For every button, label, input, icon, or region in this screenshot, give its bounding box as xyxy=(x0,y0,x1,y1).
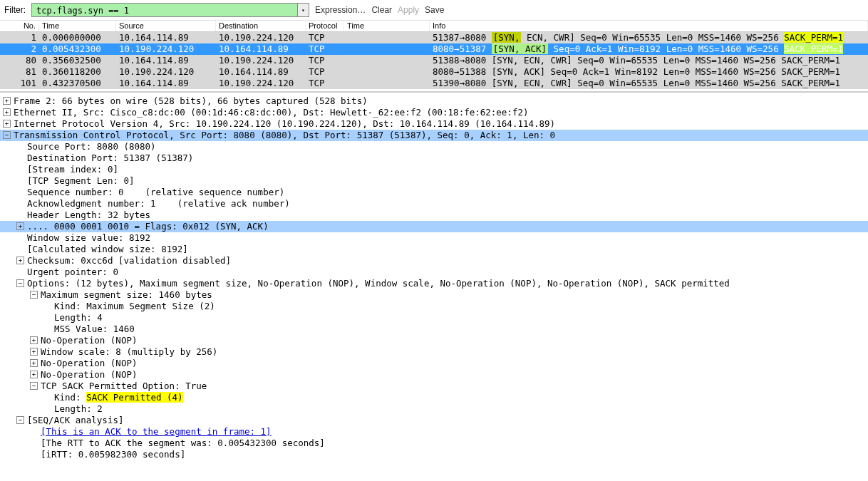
clear-button[interactable]: Clear xyxy=(371,5,392,15)
expand-icon[interactable]: + xyxy=(3,108,11,116)
packet-list-header: No. Time Source Destination Protocol Tim… xyxy=(0,21,868,32)
col-info[interactable]: Info xyxy=(430,21,868,31)
collapse-icon[interactable]: − xyxy=(16,279,24,287)
tcp-acknum[interactable]: Acknowledgment number: 1 (relative ack n… xyxy=(0,198,868,210)
tcp-stream[interactable]: [Stream index: 0] xyxy=(0,164,868,175)
opt-nop1[interactable]: +No-Operation (NOP) xyxy=(0,335,868,346)
packet-details[interactable]: +Frame 2: 66 bytes on wire (528 bits), 6… xyxy=(0,92,868,460)
opt-sack[interactable]: −TCP SACK Permitted Option: True xyxy=(0,381,868,392)
packet-row[interactable]: 20.00543230010.190.224.12010.164.114.89T… xyxy=(0,43,868,55)
tcp-checksum[interactable]: +Checksum: 0xcc6d [validation disabled] xyxy=(0,255,868,267)
opt-mss-kind[interactable]: Kind: Maximum Segment Size (2) xyxy=(0,301,868,312)
tcp-src-port[interactable]: Source Port: 8080 (8080) xyxy=(0,141,868,152)
collapse-icon[interactable]: − xyxy=(30,291,38,299)
packet-row[interactable]: 1010.43237050010.164.114.8910.190.224.12… xyxy=(0,78,868,89)
opt-sack-len[interactable]: Length: 2 xyxy=(0,403,868,415)
filter-label: Filter: xyxy=(4,5,26,15)
col-source[interactable]: Source xyxy=(116,21,216,31)
expand-icon[interactable]: + xyxy=(30,371,38,378)
filter-input-wrap[interactable]: ▾ xyxy=(31,3,309,17)
ethernet-summary[interactable]: +Ethernet II, Src: Cisco_c8:dc:00 (00:1d… xyxy=(0,107,868,118)
ack-link[interactable]: [This is an ACK to the segment in frame:… xyxy=(0,426,868,438)
opt-sack-kind[interactable]: Kind: SACK Permitted (4) xyxy=(0,392,868,403)
collapse-icon[interactable]: − xyxy=(30,382,38,390)
tcp-dst-port[interactable]: Destination Port: 51387 (51387) xyxy=(0,152,868,164)
opt-mss[interactable]: −Maximum segment size: 1460 bytes xyxy=(0,289,868,301)
col-no[interactable]: No. xyxy=(0,21,39,31)
expand-icon[interactable]: + xyxy=(16,257,24,264)
tcp-options[interactable]: −Options: (12 bytes), Maximum segment si… xyxy=(0,278,868,289)
collapse-icon[interactable]: − xyxy=(16,416,24,424)
irtt[interactable]: [iRTT: 0.005982300 seconds] xyxy=(0,449,868,460)
opt-wscale[interactable]: +Window scale: 8 (multiply by 256) xyxy=(0,346,868,358)
packet-row[interactable]: 10.00000000010.164.114.8910.190.224.120T… xyxy=(0,32,868,43)
frame-summary[interactable]: +Frame 2: 66 bytes on wire (528 bits), 6… xyxy=(0,95,868,107)
tcp-flags[interactable]: +.... 0000 0001 0010 = Flags: 0x012 (SYN… xyxy=(0,221,868,232)
opt-nop2[interactable]: +No-Operation (NOP) xyxy=(0,358,868,369)
packet-row[interactable]: 810.36011820010.190.224.12010.164.114.89… xyxy=(0,66,868,78)
opt-mss-len[interactable]: Length: 4 xyxy=(0,312,868,324)
expand-icon[interactable]: + xyxy=(3,120,11,128)
filter-input[interactable] xyxy=(35,5,306,16)
expand-icon[interactable]: + xyxy=(3,97,11,105)
apply-button[interactable]: Apply xyxy=(398,5,419,15)
col-time2[interactable]: Time xyxy=(344,21,430,31)
tcp-summary[interactable]: −Transmission Control Protocol, Src Port… xyxy=(0,130,868,141)
tcp-seqnum[interactable]: Sequence number: 0 (relative sequence nu… xyxy=(0,187,868,198)
filter-dropdown-icon[interactable]: ▾ xyxy=(297,4,309,16)
expand-icon[interactable]: + xyxy=(30,348,38,356)
col-time[interactable]: Time xyxy=(39,21,116,31)
col-destination[interactable]: Destination xyxy=(216,21,306,31)
filter-bar: Filter: ▾ Expression… Clear Apply Save xyxy=(0,0,868,21)
seqack-analysis[interactable]: −[SEQ/ACK analysis] xyxy=(0,415,868,426)
expand-icon[interactable]: + xyxy=(30,359,38,367)
save-button[interactable]: Save xyxy=(425,5,444,15)
packet-row[interactable]: 800.35603250010.164.114.8910.190.224.120… xyxy=(0,55,868,66)
tcp-urgent[interactable]: Urgent pointer: 0 xyxy=(0,267,868,278)
ip-summary[interactable]: +Internet Protocol Version 4, Src: 10.19… xyxy=(0,118,868,130)
expand-icon[interactable]: + xyxy=(30,336,38,344)
collapse-icon[interactable]: − xyxy=(3,131,11,139)
rtt[interactable]: [The RTT to ACK the segment was: 0.00543… xyxy=(0,438,868,449)
col-protocol[interactable]: Protocol xyxy=(306,21,344,31)
tcp-seglen[interactable]: [TCP Segment Len: 0] xyxy=(0,175,868,187)
packet-list[interactable]: No. Time Source Destination Protocol Tim… xyxy=(0,21,868,92)
expand-icon[interactable]: + xyxy=(16,222,24,230)
expression-button[interactable]: Expression… xyxy=(315,5,366,15)
opt-nop3[interactable]: +No-Operation (NOP) xyxy=(0,369,868,381)
tcp-winsize[interactable]: Window size value: 8192 xyxy=(0,232,868,244)
tcp-hdrlen[interactable]: Header Length: 32 bytes xyxy=(0,210,868,221)
tcp-calcwin[interactable]: [Calculated window size: 8192] xyxy=(0,244,868,255)
opt-mss-val[interactable]: MSS Value: 1460 xyxy=(0,324,868,335)
sack-permitted-highlight: SACK Permitted (4) xyxy=(86,392,182,403)
